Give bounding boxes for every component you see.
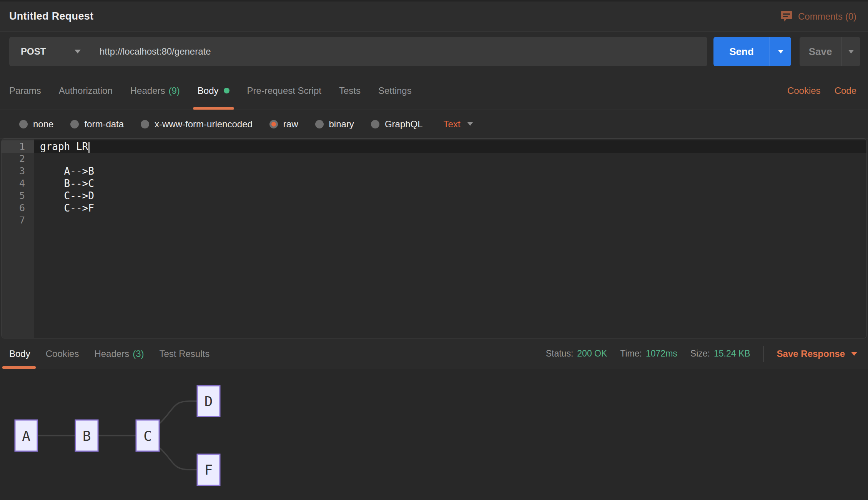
status-label: Status:: [546, 348, 574, 359]
radio-icon: [70, 120, 79, 128]
method-value: POST: [21, 46, 46, 57]
request-url-row: POST http://localhost:80/generate Send S…: [0, 32, 868, 72]
request-tabs: Params Authorization Headers (9) Body Pr…: [9, 72, 412, 110]
response-status: Status: 200 OK: [546, 348, 607, 359]
body-type-form-data[interactable]: form-data: [70, 119, 124, 130]
editor-line[interactable]: 1 graph LR: [2, 140, 866, 153]
tab-authorization[interactable]: Authorization: [59, 72, 113, 110]
radio-icon: [19, 120, 28, 128]
raw-format-select[interactable]: Text: [444, 119, 473, 130]
code-text: graph LR: [40, 141, 88, 152]
save-button[interactable]: Save: [800, 37, 841, 66]
code-line: graph LR: [34, 140, 866, 153]
divider: [763, 346, 764, 362]
request-tab-links: Cookies Code: [787, 72, 856, 110]
response-time: Time: 1072ms: [620, 348, 677, 359]
text-cursor: [88, 142, 90, 153]
tab-params-label: Params: [9, 85, 41, 96]
raw-format-value: Text: [444, 119, 461, 130]
line-number: 5: [2, 190, 34, 202]
body-type-none[interactable]: none: [19, 119, 53, 130]
node-c-label: C: [143, 428, 152, 444]
save-response-label: Save Response: [777, 348, 845, 359]
body-type-binary[interactable]: binary: [315, 119, 354, 130]
body-type-bar: none form-data x-www-form-urlencoded raw…: [0, 110, 868, 138]
editor-line[interactable]: 6 C-->F: [2, 202, 866, 214]
code-line: C-->F: [34, 202, 866, 214]
tab-pre-request-script[interactable]: Pre-request Script: [247, 72, 321, 110]
response-tab-test-results[interactable]: Test Results: [159, 338, 210, 369]
line-number: 1: [2, 140, 34, 153]
code-line: A-->B: [34, 165, 866, 177]
request-title: Untitled Request: [9, 10, 93, 22]
editor-line[interactable]: 7: [2, 214, 866, 227]
editor-line[interactable]: 2: [2, 153, 866, 165]
tab-headers[interactable]: Headers (9): [130, 72, 180, 110]
tab-settings[interactable]: Settings: [378, 72, 412, 110]
editor-line[interactable]: 3 A-->B: [2, 165, 866, 177]
raw-body-editor[interactable]: 1 graph LR 2 3 A-->B 4 B-->C 5 C-->D 6 C…: [1, 138, 867, 338]
code-link[interactable]: Code: [835, 85, 856, 96]
status-value: 200 OK: [577, 348, 607, 359]
postman-window: Untitled Request Comments (0) POST http:…: [0, 0, 868, 500]
line-number: 3: [2, 165, 34, 177]
chevron-down-icon: [778, 50, 783, 53]
save-response-button[interactable]: Save Response: [777, 348, 857, 359]
response-tabs: Body Cookies Headers (3) Test Results: [9, 338, 210, 369]
response-tab-body[interactable]: Body: [9, 338, 30, 369]
flowchart-graph: A B C D F: [0, 369, 868, 500]
save-button-group: Save: [800, 37, 860, 66]
tab-settings-label: Settings: [378, 85, 412, 96]
radio-selected-icon: [269, 120, 278, 128]
chevron-down-icon: [75, 50, 81, 53]
cookies-link[interactable]: Cookies: [787, 85, 821, 96]
response-tab-cookies-label: Cookies: [46, 348, 79, 359]
request-header-bar: Untitled Request Comments (0): [0, 0, 868, 32]
tab-body-label: Body: [198, 85, 219, 96]
node-b-label: B: [83, 428, 91, 444]
line-number: 6: [2, 202, 34, 214]
line-number: 4: [2, 177, 34, 190]
tab-tests[interactable]: Tests: [339, 72, 361, 110]
response-tab-cookies[interactable]: Cookies: [46, 338, 79, 369]
line-number: 2: [2, 153, 34, 165]
save-options-button[interactable]: [841, 37, 860, 66]
size-value: 15.24 KB: [714, 348, 750, 359]
tab-body[interactable]: Body: [198, 72, 229, 110]
editor-line[interactable]: 5 C-->D: [2, 190, 866, 202]
radio-icon: [315, 120, 324, 128]
node-f-label: F: [205, 462, 213, 478]
editor-line[interactable]: 4 B-->C: [2, 177, 866, 190]
headers-count-badge: (9): [169, 85, 180, 96]
body-type-graphql-label: GraphQL: [385, 119, 423, 130]
method-select[interactable]: POST: [9, 37, 91, 66]
code-line: [34, 153, 866, 165]
response-tab-headers[interactable]: Headers (3): [94, 338, 144, 369]
code-line: [34, 214, 866, 227]
body-type-form-data-label: form-data: [84, 119, 124, 130]
code-text: B-->C: [40, 178, 94, 189]
tab-authorization-label: Authorization: [59, 85, 113, 96]
body-type-raw-label: raw: [283, 119, 298, 130]
line-number: 7: [2, 214, 34, 227]
send-options-button[interactable]: [770, 37, 791, 66]
body-type-none-label: none: [33, 119, 53, 130]
tab-headers-label: Headers: [130, 85, 165, 96]
body-type-raw[interactable]: raw: [269, 119, 298, 130]
body-type-x-www-form-urlencoded[interactable]: x-www-form-urlencoded: [141, 119, 253, 130]
body-type-binary-label: binary: [329, 119, 354, 130]
code-text: C-->D: [40, 190, 94, 202]
url-input[interactable]: http://localhost:80/generate: [91, 37, 707, 66]
code-line: B-->C: [34, 177, 866, 190]
body-modified-dot: [224, 88, 229, 93]
send-button[interactable]: Send: [713, 37, 770, 66]
response-tab-test-results-label: Test Results: [159, 348, 210, 359]
tab-pre-request-script-label: Pre-request Script: [247, 85, 321, 96]
body-type-graphql[interactable]: GraphQL: [371, 119, 423, 130]
request-tabs-bar: Params Authorization Headers (9) Body Pr…: [0, 72, 868, 110]
time-value: 1072ms: [646, 348, 677, 359]
body-type-urlencoded-label: x-www-form-urlencoded: [155, 119, 253, 130]
comments-button[interactable]: Comments (0): [780, 11, 856, 22]
tab-params[interactable]: Params: [9, 72, 41, 110]
tab-tests-label: Tests: [339, 85, 361, 96]
